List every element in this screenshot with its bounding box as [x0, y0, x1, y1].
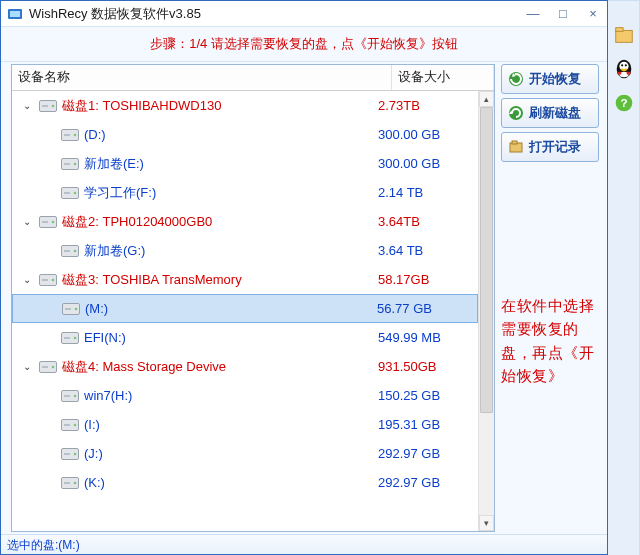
- partition-row[interactable]: (M:)56.77 GB: [12, 294, 478, 323]
- svg-point-24: [75, 307, 78, 310]
- right-toolbar: ?: [608, 0, 640, 555]
- folder-shortcut-icon[interactable]: [612, 23, 636, 47]
- folder-icon: [508, 139, 524, 155]
- drive-icon: [61, 390, 79, 402]
- device-list: 设备名称 设备大小 ⌄磁盘1: TOSHIBAHDWD1302.73TB(D:)…: [11, 64, 495, 532]
- row-size: 3.64 TB: [376, 243, 478, 258]
- drive-icon: [39, 216, 57, 228]
- row-size: 150.25 GB: [376, 388, 478, 403]
- partition-row[interactable]: EFI(N:)549.99 MB: [12, 323, 478, 352]
- svg-rect-49: [615, 28, 622, 32]
- qq-icon[interactable]: [612, 57, 636, 81]
- svg-rect-48: [615, 30, 632, 42]
- drive-icon: [61, 332, 79, 344]
- svg-rect-37: [64, 424, 70, 426]
- partition-row[interactable]: (J:)292.97 GB: [12, 439, 478, 468]
- disk-row[interactable]: ⌄磁盘4: Mass Storage Devive931.50GB: [12, 352, 478, 381]
- row-name-cell: (K:): [12, 475, 376, 490]
- scroll-thumb[interactable]: [480, 107, 493, 413]
- svg-text:?: ?: [620, 96, 627, 109]
- list-header: 设备名称 设备大小: [12, 65, 494, 91]
- partition-row[interactable]: (I:)195.31 GB: [12, 410, 478, 439]
- svg-point-33: [74, 394, 77, 397]
- column-header-name[interactable]: 设备名称: [12, 65, 392, 90]
- svg-rect-40: [64, 453, 70, 455]
- svg-point-3: [52, 104, 55, 107]
- refresh-disks-button[interactable]: 刷新磁盘: [501, 98, 599, 128]
- open-log-button[interactable]: 打开记录: [501, 132, 599, 162]
- help-icon[interactable]: ?: [612, 91, 636, 115]
- svg-point-18: [74, 249, 77, 252]
- svg-point-6: [74, 133, 77, 136]
- row-label: EFI(N:): [84, 330, 126, 345]
- row-name-cell: 新加卷(G:): [12, 242, 376, 260]
- row-name-cell: ⌄磁盘2: TPH01204000GB0: [12, 213, 376, 231]
- expand-caret-icon[interactable]: ⌄: [20, 274, 34, 285]
- row-size: 931.50GB: [376, 359, 478, 374]
- row-size: 195.31 GB: [376, 417, 478, 432]
- start-recovery-button[interactable]: 开始恢复: [501, 64, 599, 94]
- scroll-up-button[interactable]: ▴: [479, 91, 494, 107]
- row-size: 3.64TB: [376, 214, 478, 229]
- row-size: 300.00 GB: [376, 127, 478, 142]
- close-button[interactable]: ×: [585, 6, 601, 21]
- partition-row[interactable]: win7(H:)150.25 GB: [12, 381, 478, 410]
- side-panel: 开始恢复 刷新磁盘 打开记录 在软件中选择需要恢复的盘，再点《开始恢复》: [499, 62, 607, 534]
- row-size: 300.00 GB: [376, 156, 478, 171]
- svg-rect-34: [64, 395, 70, 397]
- refresh-disks-label: 刷新磁盘: [529, 104, 581, 122]
- row-name-cell: (J:): [12, 446, 376, 461]
- list-body: ⌄磁盘1: TOSHIBAHDWD1302.73TB(D:)300.00 GB新…: [12, 91, 478, 531]
- svg-point-52: [621, 64, 623, 66]
- partition-row[interactable]: (K:)292.97 GB: [12, 468, 478, 497]
- annotation-text: 在软件中选择需要恢复的盘，再点《开始恢复》: [501, 294, 599, 387]
- row-label: 磁盘3: TOSHIBA TransMemory: [62, 271, 242, 289]
- maximize-button[interactable]: □: [555, 6, 571, 21]
- row-label: (I:): [84, 417, 100, 432]
- svg-rect-22: [42, 279, 48, 281]
- partition-row[interactable]: 新加卷(E:)300.00 GB: [12, 149, 478, 178]
- svg-rect-31: [42, 366, 48, 368]
- content-area: 设备名称 设备大小 ⌄磁盘1: TOSHIBAHDWD1302.73TB(D:)…: [1, 62, 607, 534]
- minimize-button[interactable]: —: [525, 6, 541, 21]
- svg-rect-19: [64, 250, 70, 252]
- partition-row[interactable]: 新加卷(G:)3.64 TB: [12, 236, 478, 265]
- expand-caret-icon[interactable]: ⌄: [20, 216, 34, 227]
- expand-caret-icon[interactable]: ⌄: [20, 361, 34, 372]
- row-name-cell: 学习工作(F:): [12, 184, 376, 202]
- svg-rect-43: [64, 482, 70, 484]
- expand-caret-icon[interactable]: ⌄: [20, 100, 34, 111]
- status-text: 选中的盘:(M:): [7, 538, 80, 552]
- svg-rect-28: [64, 337, 70, 339]
- partition-row[interactable]: (D:)300.00 GB: [12, 120, 478, 149]
- row-name-cell: ⌄磁盘1: TOSHIBAHDWD130: [12, 97, 376, 115]
- row-name-cell: EFI(N:): [12, 330, 376, 345]
- drive-icon: [61, 477, 79, 489]
- row-label: (K:): [84, 475, 105, 490]
- svg-rect-1: [10, 11, 20, 17]
- svg-point-9: [74, 162, 77, 165]
- row-name-cell: (I:): [12, 417, 376, 432]
- disk-row[interactable]: ⌄磁盘3: TOSHIBA TransMemory58.17GB: [12, 265, 478, 294]
- svg-rect-25: [65, 308, 71, 310]
- svg-rect-10: [64, 163, 70, 165]
- svg-rect-16: [42, 221, 48, 223]
- row-label: (M:): [85, 301, 108, 316]
- row-name-cell: win7(H:): [12, 388, 376, 403]
- row-label: 学习工作(F:): [84, 184, 156, 202]
- scroll-track[interactable]: [479, 107, 494, 515]
- app-window: WishRecy 数据恢复软件v3.85 — □ × 步骤：1/4 请选择需要恢…: [0, 0, 608, 555]
- window-title: WishRecy 数据恢复软件v3.85: [29, 5, 525, 23]
- row-size: 292.97 GB: [376, 446, 478, 461]
- scroll-down-button[interactable]: ▾: [479, 515, 494, 531]
- disk-row[interactable]: ⌄磁盘1: TOSHIBAHDWD1302.73TB: [12, 91, 478, 120]
- row-name-cell: ⌄磁盘3: TOSHIBA TransMemory: [12, 271, 376, 289]
- disk-row[interactable]: ⌄磁盘2: TPH01204000GB03.64TB: [12, 207, 478, 236]
- scrollbar[interactable]: ▴ ▾: [478, 91, 494, 531]
- svg-rect-13: [64, 192, 70, 194]
- drive-icon: [61, 158, 79, 170]
- svg-rect-47: [512, 141, 517, 144]
- partition-row[interactable]: 学习工作(F:)2.14 TB: [12, 178, 478, 207]
- svg-rect-56: [626, 72, 630, 75]
- column-header-size[interactable]: 设备大小: [392, 65, 494, 90]
